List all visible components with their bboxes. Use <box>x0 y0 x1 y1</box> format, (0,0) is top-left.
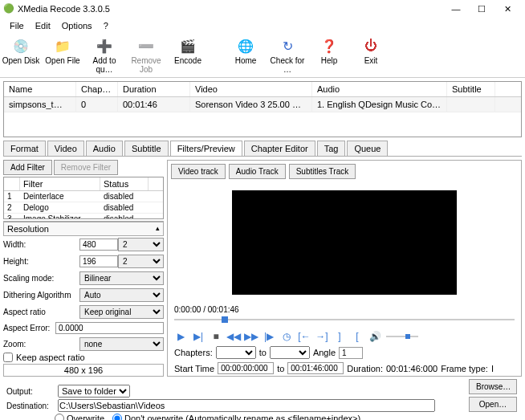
resolution-header[interactable]: Resolution <box>3 221 164 236</box>
app-icon: 🟢 <box>3 3 14 14</box>
maximize-button[interactable]: ☐ <box>474 4 490 14</box>
chapter-to[interactable] <box>270 346 310 359</box>
dims-label: 480 x 196 <box>3 364 164 377</box>
open-button[interactable]: Open… <box>469 397 517 412</box>
encode-icon: 🎬 <box>179 37 197 55</box>
destination-input[interactable] <box>58 399 435 412</box>
tab-subtitle[interactable]: Subtitle <box>124 141 169 156</box>
remove-filter-button: Remove Filter <box>54 160 118 175</box>
globe-icon: 🌐 <box>237 37 254 55</box>
time-position: 0:00:00 / 00:01:46 <box>174 305 515 314</box>
seek-slider[interactable] <box>174 314 515 325</box>
minus-icon: ➖ <box>137 37 155 55</box>
col-duration[interactable]: Duration <box>118 82 190 96</box>
tab-format[interactable]: Format <box>3 141 46 156</box>
col-status[interactable]: Status <box>100 177 149 190</box>
encode-button[interactable]: 🎬Encode <box>167 35 209 75</box>
clock-icon[interactable]: ◷ <box>280 330 293 343</box>
tab-filters[interactable]: Filters/Preview <box>170 141 242 156</box>
exit-button[interactable]: ⏻Exit <box>350 35 392 75</box>
dont-overwrite-radio[interactable] <box>112 414 122 420</box>
overwrite-radio[interactable] <box>55 414 64 420</box>
frame-type: I <box>491 364 494 373</box>
file-list[interactable]: Name Chapters Duration Video Audio Subti… <box>3 81 522 137</box>
width-input[interactable] <box>79 239 118 251</box>
aspect-select[interactable]: Keep original <box>79 305 164 319</box>
stop-icon[interactable]: ■ <box>210 330 222 343</box>
refresh-icon: ↻ <box>279 37 296 55</box>
help-button[interactable]: ❓Help <box>308 35 350 75</box>
angle-input[interactable] <box>339 347 363 359</box>
zoom-select[interactable]: none <box>79 337 164 351</box>
rewind-icon[interactable]: ◀◀ <box>227 330 240 343</box>
tab-tag[interactable]: Tag <box>317 141 346 156</box>
play-icon[interactable]: ▶ <box>174 330 187 343</box>
disc-icon: 💿 <box>12 37 30 55</box>
scaling-select[interactable]: Bilinear <box>79 271 164 285</box>
start-time-input[interactable] <box>218 362 274 374</box>
subtitles-track-button[interactable]: Subtitles Track <box>289 164 356 179</box>
chapter-from[interactable] <box>216 346 256 359</box>
browse-button[interactable]: Browse… <box>469 379 517 394</box>
col-filter[interactable]: Filter <box>20 177 100 190</box>
dither-select[interactable]: Auto <box>79 288 164 302</box>
window-title: XMedia Recode 3.3.0.5 <box>18 4 448 14</box>
file-row[interactable]: simpsons_t… 0 00:01:46 Sorenson Video 3 … <box>4 97 521 112</box>
folder-icon: 📁 <box>54 37 71 55</box>
audio-track-button[interactable]: Audio Track <box>229 164 286 179</box>
width-step[interactable]: 2 <box>118 238 164 251</box>
video-track-button[interactable]: Video track <box>171 164 226 179</box>
video-preview <box>232 190 457 295</box>
height-input[interactable] <box>79 255 118 267</box>
menu-options[interactable]: Options <box>57 19 97 32</box>
minimize-button[interactable]: — <box>448 4 464 14</box>
range-out-icon[interactable]: [ <box>351 330 364 343</box>
next-icon[interactable]: ▶| <box>192 330 205 343</box>
add-filter-button[interactable]: Add Filter <box>3 160 52 175</box>
plus-icon: ➕ <box>96 37 113 55</box>
exit-icon: ⏻ <box>362 37 380 55</box>
output-select[interactable]: Save to folder <box>58 385 130 398</box>
add-queue-button[interactable]: ➕Add to qu… <box>83 35 125 75</box>
menu-help[interactable]: ? <box>99 19 113 32</box>
volume-slider[interactable] <box>386 332 418 340</box>
col-audio[interactable]: Audio <box>312 82 447 96</box>
mark-in-icon[interactable]: [← <box>298 330 311 343</box>
volume-icon[interactable]: 🔊 <box>368 330 381 343</box>
check-button[interactable]: ↻Check for … <box>267 35 308 75</box>
open-disk-button[interactable]: 💿Open Disk <box>0 35 42 75</box>
menu-edit[interactable]: Edit <box>31 19 55 32</box>
filter-row[interactable]: 3Image Stabilizerdisabled <box>4 214 163 219</box>
tab-audio[interactable]: Audio <box>86 141 123 156</box>
duration-value: 00:01:46:000 <box>386 364 438 373</box>
col-name[interactable]: Name <box>4 82 76 96</box>
col-subtitle[interactable]: Subtitle <box>447 82 495 96</box>
home-button[interactable]: 🌐Home <box>225 35 267 75</box>
range-in-icon[interactable]: ] <box>333 330 346 343</box>
height-step[interactable]: 2 <box>118 255 164 268</box>
help-icon: ❓ <box>320 37 338 55</box>
step-icon[interactable]: |▶ <box>262 330 275 343</box>
aspect-error[interactable] <box>55 322 164 334</box>
tab-chapter[interactable]: Chapter Editor <box>244 141 315 156</box>
remove-job-button: ➖Remove Job <box>125 35 167 75</box>
mark-out-icon[interactable]: →] <box>315 330 328 343</box>
keep-aspect-checkbox[interactable] <box>3 353 13 362</box>
tab-queue[interactable]: Queue <box>347 141 388 156</box>
filter-table[interactable]: Filter Status 1Deinterlacedisabled2Delog… <box>3 177 164 219</box>
filter-row[interactable]: 1Deinterlacedisabled <box>4 191 163 202</box>
col-chapters[interactable]: Chapters <box>76 82 118 96</box>
close-button[interactable]: ✕ <box>499 4 515 14</box>
tab-video[interactable]: Video <box>47 141 84 156</box>
open-file-button[interactable]: 📁Open File <box>42 35 83 75</box>
end-time-input[interactable] <box>287 362 344 374</box>
filter-row[interactable]: 2Delogodisabled <box>4 202 163 214</box>
col-video[interactable]: Video <box>190 82 312 96</box>
forward-icon[interactable]: ▶▶ <box>245 330 258 343</box>
menu-file[interactable]: File <box>5 19 29 32</box>
